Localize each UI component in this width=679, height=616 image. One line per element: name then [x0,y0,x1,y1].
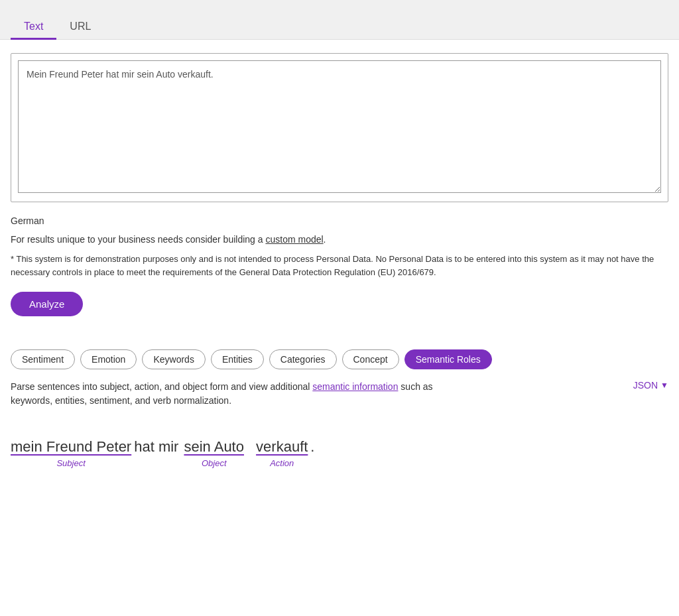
language-label: German [11,216,668,226]
tab-url[interactable]: URL [56,13,104,39]
analyze-button[interactable]: Analyze [11,292,83,316]
subject-label: Subject [56,458,85,468]
object-token: sein Auto Object [184,438,244,468]
semantic-output: mein Freund Peter Subject hat mir sein A… [11,438,668,468]
action-token: verkauft Action [256,438,308,468]
filter-tab-sentiment[interactable]: Sentiment [11,349,75,369]
filter-tabs: Sentiment Emotion Keywords Entities Cate… [11,349,668,369]
action-text: verkauft [256,438,308,456]
info-text: For results unique to your business need… [11,234,668,245]
input-section: Mein Freund Peter hat mir sein Auto verk… [11,53,668,202]
chevron-down-icon: ▼ [660,381,668,390]
results-section: Sentiment Emotion Keywords Entities Cate… [11,349,668,468]
connector-text: hat mir [134,438,178,456]
subject-token: mein Freund Peter Subject [11,438,131,468]
semantic-information-link[interactable]: semantic information [312,381,398,392]
filter-tab-semantic-roles[interactable]: Semantic Roles [404,349,492,369]
tab-bar: Text URL [0,0,679,40]
filter-tab-categories[interactable]: Categories [269,349,337,369]
text-input[interactable]: Mein Freund Peter hat mir sein Auto verk… [18,60,661,193]
tab-text[interactable]: Text [11,13,56,39]
object-text: sein Auto [184,438,244,456]
filter-tab-emotion[interactable]: Emotion [80,349,137,369]
filter-tab-entities[interactable]: Entities [211,349,264,369]
subject-text: mein Freund Peter [11,438,131,456]
json-button[interactable]: JSON ▼ [633,380,668,391]
filter-tab-concept[interactable]: Concept [342,349,399,369]
period: . [310,438,314,456]
action-label: Action [270,458,294,468]
filter-tab-keywords[interactable]: Keywords [142,349,205,369]
custom-model-link[interactable]: custom model [265,234,323,245]
object-label: Object [202,458,227,468]
warning-text: * This system is for demonstration purpo… [11,253,668,278]
description-row: Parse sentences into subject, action, an… [11,380,668,418]
main-content: Mein Freund Peter hat mir sein Auto verk… [0,40,679,481]
spacer [247,438,251,456]
description: Parse sentences into subject, action, an… [11,380,462,408]
